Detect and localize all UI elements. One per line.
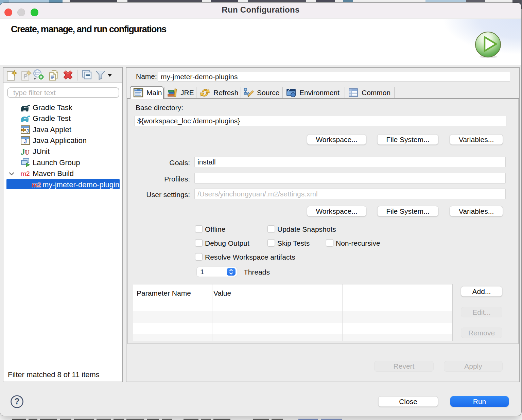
svg-text:U: U: [25, 149, 30, 156]
svg-text:J: J: [26, 128, 29, 134]
svg-text:?: ?: [14, 396, 20, 406]
svg-text:m2: m2: [20, 170, 30, 177]
svg-text:J: J: [24, 139, 27, 144]
svg-text:m2: m2: [32, 181, 41, 189]
svg-text:P: P: [23, 73, 28, 80]
